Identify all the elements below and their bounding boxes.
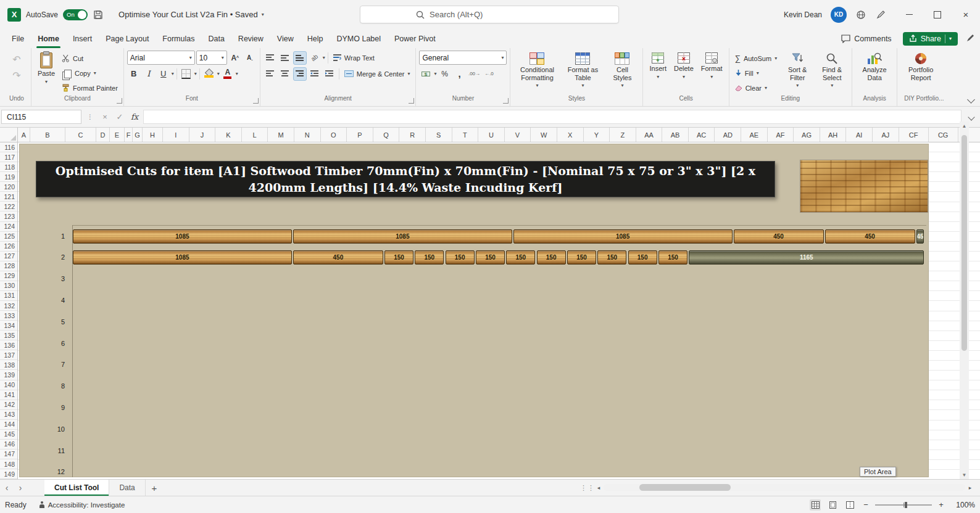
increase-decimal-button[interactable]: .00→: [467, 67, 481, 81]
row-header-135[interactable]: 135: [0, 330, 17, 340]
column-header-v[interactable]: V: [505, 128, 531, 142]
column-header-ab[interactable]: AB: [662, 128, 689, 142]
row-header-146[interactable]: 146: [0, 440, 17, 449]
row-header-123[interactable]: 123: [0, 211, 17, 221]
column-header-a[interactable]: A: [18, 128, 30, 142]
horizontal-scroll-thumb[interactable]: [639, 484, 731, 491]
fill-dropdown-icon[interactable]: ▾: [757, 70, 759, 76]
waste-segment[interactable]: 1165: [689, 250, 924, 265]
column-header-ad[interactable]: AD: [715, 128, 741, 142]
maximize-button[interactable]: [923, 0, 952, 29]
borders-button[interactable]: [180, 67, 193, 81]
row-header-117[interactable]: 117: [0, 152, 17, 162]
cut-segment[interactable]: 150: [415, 250, 444, 265]
cut-segment[interactable]: 150: [506, 250, 535, 265]
cut-segment[interactable]: 150: [384, 250, 413, 265]
zoom-slider[interactable]: [875, 504, 932, 506]
column-header-b[interactable]: B: [30, 128, 65, 142]
row-header-118[interactable]: 118: [0, 162, 17, 172]
fill-color-button[interactable]: [202, 67, 216, 81]
ribbon-tab-home[interactable]: Home: [31, 29, 66, 48]
autosave-toggle[interactable]: On: [63, 9, 88, 20]
percent-style-button[interactable]: %: [438, 67, 451, 81]
row-header-121[interactable]: 121: [0, 192, 17, 202]
row-header-122[interactable]: 122: [0, 202, 17, 211]
column-header-h[interactable]: H: [143, 128, 163, 142]
conditional-formatting-dropdown-icon[interactable]: ▾: [536, 83, 538, 88]
merge-dropdown-icon[interactable]: ▾: [407, 71, 410, 76]
cut-segment[interactable]: 150: [567, 250, 596, 265]
sheet-nav-left-icon[interactable]: ‹: [0, 483, 14, 493]
column-header-j[interactable]: J: [189, 128, 216, 142]
fill-color-dropdown-icon[interactable]: ▾: [217, 71, 220, 76]
bold-button[interactable]: B: [127, 67, 141, 81]
row-header-145[interactable]: 145: [0, 430, 17, 440]
ribbon-tab-file[interactable]: File: [5, 29, 31, 48]
font-color-dropdown-icon[interactable]: ▾: [236, 71, 238, 76]
align-right-button[interactable]: [293, 67, 307, 81]
insert-dropdown-icon[interactable]: ▾: [657, 74, 659, 80]
row-header-142[interactable]: 142: [0, 400, 17, 410]
column-header-af[interactable]: AF: [768, 128, 794, 142]
ribbon-tab-review[interactable]: Review: [231, 29, 270, 48]
alignment-dialog-launcher[interactable]: [409, 98, 414, 104]
redo-icon[interactable]: ↷: [10, 68, 23, 82]
cell-styles-button[interactable]: Cell Styles ▾: [605, 50, 639, 95]
tab-scrollbar-splitter[interactable]: ⋮⋮: [580, 484, 595, 492]
row-header-120[interactable]: 120: [0, 182, 17, 192]
save-icon[interactable]: [93, 9, 104, 20]
share-button[interactable]: Share ▾: [903, 32, 958, 46]
underline-button[interactable]: U: [157, 67, 170, 81]
ribbon-tab-insert[interactable]: Insert: [66, 29, 99, 48]
cut-segment[interactable]: 450: [293, 250, 383, 265]
cut-segment[interactable]: 450: [825, 229, 915, 244]
paste-dropdown-icon[interactable]: ▾: [45, 79, 48, 84]
fill-button[interactable]: Fill ▾: [733, 66, 780, 80]
clipboard-dialog-launcher[interactable]: [117, 98, 122, 104]
column-header-ae[interactable]: AE: [741, 128, 768, 142]
enter-formula-icon[interactable]: ✓: [114, 111, 126, 123]
minimize-button[interactable]: [895, 0, 923, 29]
wrap-text-button[interactable]: Wrap Text: [331, 51, 377, 65]
column-header-d[interactable]: D: [96, 128, 110, 142]
italic-button[interactable]: I: [142, 67, 156, 81]
page-layout-view-button[interactable]: [827, 499, 838, 511]
column-header-ah[interactable]: AH: [820, 128, 847, 142]
clear-button[interactable]: Clear ▾: [733, 81, 780, 95]
column-header-n[interactable]: N: [294, 128, 321, 142]
borders-dropdown-icon[interactable]: ▾: [194, 71, 197, 76]
column-header-y[interactable]: Y: [584, 128, 610, 142]
cut-segment[interactable]: 150: [658, 250, 687, 265]
column-header-m[interactable]: M: [268, 128, 294, 142]
expand-formula-bar-icon[interactable]: [968, 113, 974, 120]
column-header-ag[interactable]: AG: [794, 128, 820, 142]
accounting-dropdown-icon[interactable]: ▾: [434, 71, 436, 76]
cut-segment[interactable]: 1085: [73, 250, 292, 265]
pen-icon[interactable]: [875, 9, 886, 20]
document-title[interactable]: Optimise Your Cut List V2a Fin • Saved ▾: [118, 10, 264, 19]
column-header-p[interactable]: P: [347, 128, 373, 142]
close-button[interactable]: ×: [952, 0, 980, 29]
sort-filter-dropdown-icon[interactable]: ▾: [796, 83, 799, 88]
scroll-down-icon[interactable]: ▼: [962, 470, 967, 479]
format-cells-button[interactable]: Format ▾: [698, 50, 726, 95]
ribbon-tab-view[interactable]: View: [270, 29, 301, 48]
scroll-right-icon[interactable]: ▸: [965, 485, 975, 491]
cut-list-chart[interactable]: Optimised Cuts for item [A1] Softwood Ti…: [19, 144, 929, 477]
paste-button[interactable]: Paste ▾: [35, 50, 58, 95]
sheet-tab-cut-list-tool[interactable]: Cut List Tool: [44, 480, 109, 496]
row-header-130[interactable]: 130: [0, 281, 17, 291]
orientation-button[interactable]: ab: [308, 51, 322, 65]
conditional-formatting-button[interactable]: Conditional Formatting ▾: [513, 50, 560, 95]
row-header-124[interactable]: 124: [0, 222, 17, 232]
copy-dropdown-icon[interactable]: ▾: [94, 70, 96, 76]
orientation-dropdown-icon[interactable]: ▾: [323, 55, 325, 60]
sheet-tab-data[interactable]: Data: [109, 480, 145, 496]
row-header-134[interactable]: 134: [0, 321, 17, 330]
sort-filter-button[interactable]: Sort & Filter ▾: [781, 50, 814, 95]
row-header-139[interactable]: 139: [0, 370, 17, 380]
horizontal-scrollbar[interactable]: ◂ ▸: [594, 482, 975, 493]
zoom-level[interactable]: 100%: [952, 501, 975, 509]
row-header-116[interactable]: 116: [0, 142, 17, 152]
waste-segment[interactable]: 45: [916, 229, 924, 244]
